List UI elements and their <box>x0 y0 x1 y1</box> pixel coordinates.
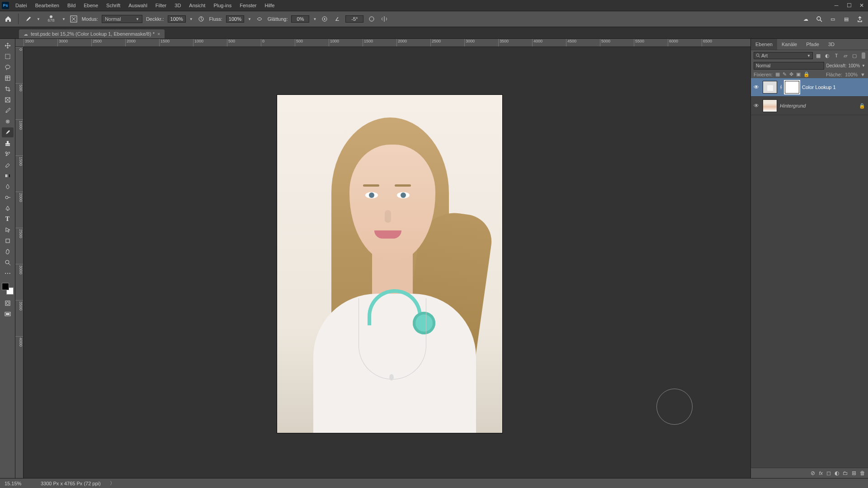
zoom-level[interactable]: 15.15% <box>5 481 32 486</box>
filter-type-icon[interactable]: T <box>833 52 840 59</box>
link-layers-icon[interactable]: ⊘ <box>811 470 815 476</box>
menu-filter[interactable]: Filter <box>152 2 170 9</box>
zoom-tool[interactable] <box>2 258 14 267</box>
hand-tool[interactable] <box>2 247 14 257</box>
layer-blend-mode[interactable]: Normal <box>754 62 824 70</box>
quickmask-tool[interactable] <box>2 298 14 308</box>
lock-icon[interactable]: 🔒 <box>859 103 865 109</box>
smoothing-input[interactable] <box>291 15 309 23</box>
cloud-docs-icon[interactable]: ☁ <box>801 14 810 23</box>
lock-paint-icon[interactable]: ✎ <box>783 71 787 77</box>
layer-mask-icon[interactable]: ◻ <box>826 470 831 476</box>
document-image[interactable] <box>277 94 503 433</box>
lock-all-icon[interactable]: 🔒 <box>803 71 810 77</box>
close-button[interactable]: ✕ <box>857 2 866 9</box>
menu-bearbeiten[interactable]: Bearbeiten <box>32 2 63 9</box>
menu-fenster[interactable]: Fenster <box>236 2 260 9</box>
maximize-button[interactable]: ☐ <box>844 2 854 9</box>
shape-tool[interactable] <box>2 236 14 246</box>
airbrush-icon[interactable] <box>255 14 264 23</box>
brush-tool[interactable] <box>2 127 14 137</box>
ruler-horizontal[interactable]: 3500300025002000150010005000500100015002… <box>15 39 750 47</box>
brush-preset-picker[interactable]: 678 <box>44 13 58 25</box>
tool-preset-dropdown[interactable]: ▼ <box>37 17 40 21</box>
arrange-docs-icon[interactable]: ▭ <box>828 14 837 23</box>
smoothing-dropdown[interactable]: ▼ <box>313 17 316 21</box>
opacity-dropdown[interactable]: ▼ <box>189 17 193 21</box>
flow-dropdown[interactable]: ▼ <box>248 17 251 21</box>
layer-fx-icon[interactable]: fx <box>819 470 823 476</box>
stamp-tool[interactable] <box>2 138 14 148</box>
eraser-tool[interactable] <box>2 160 14 170</box>
layer-row[interactable]: 👁Hintergrund🔒 <box>751 97 868 115</box>
filter-shape-icon[interactable]: ▱ <box>842 52 849 59</box>
pressure-size-icon[interactable] <box>367 14 376 23</box>
search-icon[interactable] <box>815 14 824 23</box>
delete-layer-icon[interactable]: 🗑 <box>860 470 865 476</box>
color-swatches[interactable] <box>2 283 14 295</box>
eyedropper-tool[interactable] <box>2 106 14 116</box>
flow-input[interactable] <box>226 15 244 23</box>
symmetry-icon[interactable] <box>380 14 389 23</box>
document-tab[interactable]: ☁ test.psdc bei 15,2% (Color Lookup 1, E… <box>19 29 165 38</box>
more-tools[interactable]: ⋯ <box>2 268 14 278</box>
move-tool[interactable] <box>2 41 14 51</box>
lock-transparent-icon[interactable]: ▦ <box>775 71 780 77</box>
smoothing-options-icon[interactable] <box>320 14 329 23</box>
layer-thumbnail[interactable] <box>763 99 777 112</box>
layer-visibility-icon[interactable]: 👁 <box>754 103 760 109</box>
brush-preset-dropdown[interactable]: ▼ <box>62 17 66 21</box>
panel-tab-ebenen[interactable]: Ebenen <box>751 39 777 50</box>
layer-name[interactable]: Color Lookup 1 <box>802 84 865 90</box>
pen-tool[interactable] <box>2 203 14 213</box>
crop-tool[interactable] <box>2 84 14 94</box>
menu-bild[interactable]: Bild <box>64 2 79 9</box>
layer-opacity-value[interactable]: 100% <box>849 63 860 68</box>
dodge-tool[interactable] <box>2 192 14 202</box>
angle-input[interactable] <box>345 15 363 23</box>
new-layer-icon[interactable]: ⊞ <box>852 470 856 476</box>
layer-row[interactable]: 👁▦𝄞Color Lookup 1 <box>751 78 868 97</box>
gradient-tool[interactable] <box>2 171 14 181</box>
workspace-icon[interactable]: ▤ <box>842 14 851 23</box>
home-icon[interactable] <box>4 14 13 23</box>
brush-tool-icon[interactable] <box>24 14 33 23</box>
filter-toggle[interactable] <box>862 52 865 59</box>
layer-thumbnail[interactable]: ▦ <box>763 81 777 94</box>
brush-settings-icon[interactable] <box>69 14 78 23</box>
pressure-opacity-icon[interactable] <box>197 14 206 23</box>
lock-artboard-icon[interactable]: ▣ <box>796 71 801 77</box>
menu-auswahl[interactable]: Auswahl <box>125 2 151 9</box>
history-brush-tool[interactable] <box>2 149 14 159</box>
ruler-vertical[interactable]: 05001000150020002500300035004000 <box>15 47 24 478</box>
filter-smart-icon[interactable]: ▢ <box>851 52 858 59</box>
opacity-input[interactable] <box>168 15 186 23</box>
menu-3d[interactable]: 3D <box>171 2 184 9</box>
minimize-button[interactable]: ─ <box>832 2 841 9</box>
screenmode-tool[interactable] <box>2 309 14 319</box>
healing-tool[interactable] <box>2 117 14 127</box>
menu-plug-ins[interactable]: Plug-ins <box>210 2 235 9</box>
filter-adjustment-icon[interactable]: ◐ <box>824 52 831 59</box>
fill-value[interactable]: 100% <box>845 72 858 77</box>
filter-pixel-icon[interactable]: ▦ <box>815 52 822 59</box>
layer-group-icon[interactable]: 🗀 <box>843 470 848 476</box>
layer-mask-thumbnail[interactable] <box>785 81 799 94</box>
share-icon[interactable] <box>855 14 864 23</box>
angle-icon[interactable]: ∠ <box>333 14 342 23</box>
panel-tab-3d[interactable]: 3D <box>824 39 839 50</box>
frame-tool[interactable] <box>2 95 14 105</box>
lock-position-icon[interactable]: ✥ <box>789 71 793 77</box>
marquee-tool[interactable] <box>2 52 14 61</box>
menu-schrift[interactable]: Schrift <box>103 2 124 9</box>
menu-datei[interactable]: Datei <box>12 2 31 9</box>
doc-info[interactable]: 3300 Px x 4765 Px (72 ppi) <box>41 481 101 486</box>
type-tool[interactable]: T <box>2 214 14 224</box>
lasso-tool[interactable] <box>2 62 14 72</box>
panel-tab-kanäle[interactable]: Kanäle <box>777 39 802 50</box>
layer-name[interactable]: Hintergrund <box>780 103 856 108</box>
foreground-color[interactable] <box>2 283 9 290</box>
blend-mode-dropdown[interactable]: Normal ▼ <box>102 15 142 23</box>
menu-ansicht[interactable]: Ansicht <box>185 2 209 9</box>
close-tab-icon[interactable]: × <box>157 31 160 37</box>
